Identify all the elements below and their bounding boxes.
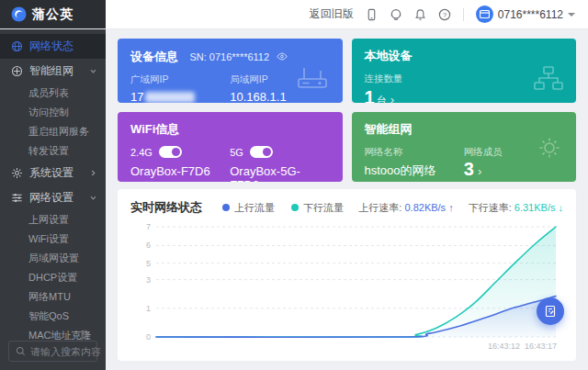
- phone-icon[interactable]: [366, 8, 378, 21]
- svg-text:?: ?: [443, 10, 447, 18]
- globe-icon: [11, 40, 23, 52]
- device-card[interactable]: 设备信息 SN: 0716****6112 广域网IP 17 局: [118, 39, 343, 103]
- eye-icon[interactable]: [277, 48, 288, 63]
- chevron-right-icon[interactable]: ›: [390, 93, 394, 103]
- svg-text:16:43:17: 16:43:17: [525, 342, 557, 351]
- headset-icon[interactable]: [390, 8, 402, 21]
- chart-title: 实时网络状态: [130, 199, 202, 216]
- report-button[interactable]: [537, 297, 564, 325]
- network-members-count: 3: [464, 159, 474, 179]
- card-avatar-icon: [476, 6, 493, 23]
- wifi-5g-toggle[interactable]: [250, 146, 273, 158]
- svg-text:5: 5: [146, 259, 151, 268]
- legend-item[interactable]: 下行流量: [291, 201, 344, 215]
- up-arrow-icon: ↑: [448, 202, 454, 213]
- wifi-2g-toggle[interactable]: [159, 146, 182, 158]
- chevron-down-icon: [89, 194, 97, 202]
- search-icon: [16, 346, 26, 356]
- sidebar-item-access-control[interactable]: 访问控制: [0, 103, 106, 122]
- sidebar-item-wan-settings[interactable]: 上网设置: [0, 210, 106, 230]
- sidebar-item-label: 成员列表: [28, 86, 69, 100]
- chevron-right-icon[interactable]: ›: [478, 164, 481, 178]
- sidebar-item-system-settings[interactable]: 系统设置: [0, 161, 106, 185]
- sidebar-item-member-list[interactable]: 成员列表: [0, 84, 106, 103]
- local-card[interactable]: 本地设备 连接数量 1台›: [352, 39, 577, 103]
- app-title: 蒲公英: [32, 6, 74, 23]
- chevron-right-icon: [89, 169, 97, 177]
- sidebar-nav: 网络状态智能组网成员列表访问控制重启组网服务转发设置系统设置网络设置上网设置Wi…: [0, 29, 106, 370]
- bell-icon[interactable]: [414, 8, 426, 21]
- sidebar-item-dhcp-settings[interactable]: DHCP设置: [0, 268, 106, 287]
- main-content: 设备信息 SN: 0716****6112 广域网IP 17 局: [106, 29, 588, 370]
- oray-logo-icon: [11, 6, 27, 22]
- band-5g-label: 5G: [230, 147, 243, 158]
- sidebar-item-network-settings[interactable]: 网络设置: [0, 185, 106, 210]
- sidebar-item-label: 系统设置: [29, 165, 74, 181]
- account-menu[interactable]: 0716****6112: [476, 6, 575, 23]
- svg-text:6: 6: [146, 241, 151, 250]
- network-tree-icon: [534, 66, 563, 94]
- wan-ip-redacted: [145, 92, 195, 103]
- document-icon: [544, 305, 557, 318]
- wifi-card[interactable]: WiFi信息 2.4G 5G OrayBox-F7D6 OrayBox-5G-F…: [118, 112, 343, 182]
- chart-legend: 上行流量下行流量: [222, 201, 344, 215]
- band-2g-label: 2.4G: [130, 147, 153, 158]
- svg-text:16:43:12: 16:43:12: [488, 342, 520, 351]
- realtime-network-card: 实时网络状态 上行流量下行流量 上行速率: 0.82KB/s ↑ 下行速率: 6…: [118, 189, 576, 361]
- svg-text:3: 3: [146, 275, 151, 285]
- mesh-card[interactable]: 智能组网 网络名称 hstooo的网络 网络成员 3›: [352, 112, 577, 182]
- network-name-label: 网络名称: [365, 146, 464, 159]
- logo: 蒲公英: [0, 0, 106, 28]
- wan-ip-label: 广域网IP: [130, 73, 230, 86]
- gear-icon: [536, 134, 563, 165]
- network-name: hstooo的网络: [365, 163, 464, 179]
- device-card-title: 设备信息: [130, 50, 178, 63]
- legend-dot-icon: [291, 204, 299, 211]
- search-input[interactable]: [30, 346, 104, 357]
- sidebar-item-label: 转发设置: [28, 144, 69, 158]
- legend-dot-icon: [222, 204, 230, 211]
- connection-count: 1: [365, 87, 375, 103]
- gear-icon: [11, 167, 23, 179]
- up-rate-value: 0.82KB/s: [404, 202, 446, 213]
- help-icon[interactable]: ?: [438, 8, 451, 21]
- up-rate: 上行速率: 0.82KB/s ↑: [358, 201, 453, 215]
- sidebar-item-smart-qos[interactable]: 智能QoS: [0, 307, 106, 326]
- header-divider: [463, 8, 464, 21]
- ssid-2g: OrayBox-F7D6: [130, 164, 230, 182]
- down-rate: 下行速率: 6.31KB/s ↓: [469, 201, 563, 215]
- sidebar-item-forward-settings[interactable]: 转发设置: [0, 141, 106, 161]
- sidebar-item-wifi-settings[interactable]: WiFi设置: [0, 230, 106, 249]
- down-arrow-icon: ↓: [559, 202, 564, 213]
- wan-ip-value: 17: [130, 90, 230, 103]
- caret-down-icon: [568, 13, 575, 17]
- sidebar-item-label: 网络MTU: [28, 290, 71, 304]
- legend-label: 上行流量: [234, 201, 275, 215]
- top-header: 蒲公英 返回旧版 ? 0716****6112: [0, 0, 588, 29]
- sidebar-item-network-status[interactable]: 网络状态: [0, 34, 106, 59]
- local-card-title: 本地设备: [365, 48, 564, 64]
- sn-label: SN:: [189, 51, 206, 62]
- sliders-icon: [11, 192, 23, 204]
- mesh-card-title: 智能组网: [365, 121, 564, 138]
- sn-value: 0716****6112: [209, 51, 269, 62]
- sidebar-item-smart-networking[interactable]: 智能组网: [0, 59, 106, 84]
- account-number: 0716****6112: [498, 8, 563, 21]
- sidebar-item-label: 访问控制: [28, 106, 69, 119]
- sidebar-item-label: 上网设置: [28, 213, 69, 227]
- svg-text:7: 7: [146, 222, 151, 231]
- traffic-line-chart: 01356716:43:1216:43:17: [130, 219, 561, 353]
- svg-text:1: 1: [146, 304, 151, 313]
- legend-item[interactable]: 上行流量: [222, 201, 275, 215]
- nodes-icon: [11, 65, 23, 77]
- legend-label: 下行流量: [303, 201, 344, 215]
- sidebar-item-label: WiFi设置: [28, 232, 69, 246]
- sidebar-item-restart-service[interactable]: 重启组网服务: [0, 122, 106, 141]
- sidebar-search[interactable]: [8, 341, 97, 362]
- sidebar-item-lan-settings[interactable]: 局域网设置: [0, 249, 106, 268]
- sidebar-item-label: DHCP设置: [28, 271, 77, 285]
- back-to-old-version-button[interactable]: 返回旧版: [310, 6, 354, 22]
- chevron-down-icon: [89, 67, 97, 75]
- sidebar-item-network-mtu[interactable]: 网络MTU: [0, 287, 106, 307]
- sidebar-item-label: 网络设置: [29, 190, 74, 206]
